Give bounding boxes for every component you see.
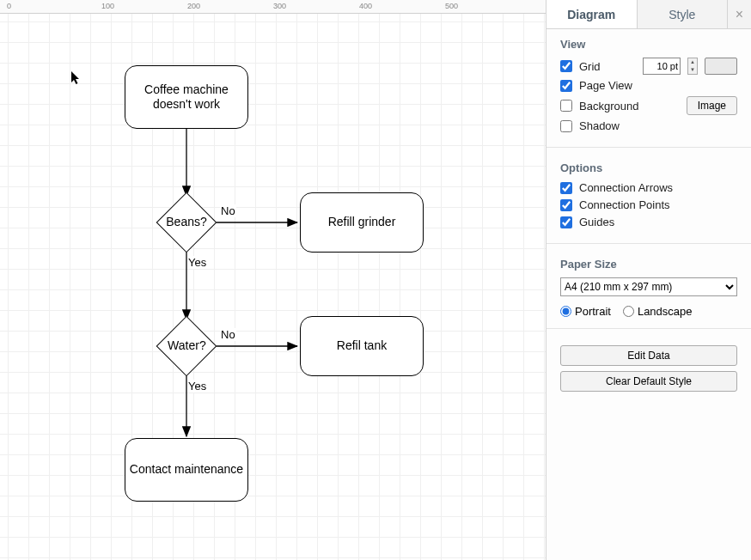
row-grid: Grid ▲ ▼ <box>560 58 737 75</box>
background-label: Background <box>579 100 638 113</box>
pageview-checkbox[interactable] <box>560 80 572 92</box>
conn-points-label: Connection Points <box>579 198 670 211</box>
shadow-checkbox[interactable] <box>560 120 572 132</box>
section-options: Options Connection Arrows Connection Poi… <box>546 153 751 238</box>
landscape-label: Landscape <box>638 305 693 318</box>
node-tank[interactable]: Refil tank <box>300 316 424 376</box>
node-grinder-text: Refill grinder <box>328 215 396 230</box>
paper-heading: Paper Size <box>560 258 737 271</box>
grid-label: Grid <box>579 60 601 73</box>
background-image-button[interactable]: Image <box>687 96 737 115</box>
row-guides: Guides <box>560 216 737 228</box>
section-view: View Grid ▲ ▼ Page View Background Image… <box>546 29 751 142</box>
grid-color-swatch[interactable] <box>705 58 737 75</box>
close-icon: × <box>736 7 743 22</box>
node-water-text: Water? <box>168 338 206 354</box>
conn-arrows-checkbox[interactable] <box>560 182 572 194</box>
landscape-option[interactable]: Landscape <box>623 305 693 318</box>
label-beans-yes: Yes <box>187 256 207 269</box>
node-grinder[interactable]: Refill grinder <box>300 192 424 253</box>
stepper-down-icon[interactable]: ▼ <box>688 66 697 74</box>
portrait-option[interactable]: Portrait <box>560 305 611 318</box>
landscape-radio[interactable] <box>623 306 634 317</box>
orientation-group: Portrait Landscape <box>560 305 737 318</box>
tab-diagram[interactable]: Diagram <box>546 0 638 28</box>
node-beans-text: Beans? <box>166 215 206 230</box>
portrait-label: Portrait <box>575 305 611 318</box>
guides-label: Guides <box>579 216 614 228</box>
grid-overlay <box>0 14 546 560</box>
node-maintenance-text: Contact maintenance <box>130 462 243 478</box>
options-heading: Options <box>560 161 737 174</box>
ruler-horizontal: 0 100 200 300 400 500 <box>0 0 546 14</box>
row-conn-points: Connection Points <box>560 198 737 211</box>
edit-data-button[interactable]: Edit Data <box>560 345 737 366</box>
node-start[interactable]: Coffee machine doesn't work <box>125 65 248 129</box>
view-heading: View <box>560 38 737 51</box>
section-buttons: Edit Data Clear Default Style <box>546 334 751 399</box>
label-beans-no: No <box>220 204 236 217</box>
conn-arrows-label: Connection Arrows <box>579 181 673 194</box>
label-water-yes: Yes <box>187 380 207 393</box>
row-pageview: Page View <box>560 79 737 92</box>
row-shadow: Shadow <box>560 119 737 132</box>
row-conn-arrows: Connection Arrows <box>560 181 737 194</box>
tab-style[interactable]: Style <box>638 0 728 28</box>
guides-checkbox[interactable] <box>560 216 572 228</box>
grid-size-input[interactable] <box>643 58 681 75</box>
canvas[interactable]: Coffee machine doesn't work Beans? Refil… <box>0 14 546 560</box>
paper-size-select[interactable]: A4 (210 mm x 297 mm) <box>560 277 737 296</box>
label-water-no: No <box>220 328 236 341</box>
shadow-label: Shadow <box>579 119 620 132</box>
section-paper: Paper Size A4 (210 mm x 297 mm) Portrait… <box>546 249 751 323</box>
stepper-up-icon[interactable]: ▲ <box>688 58 697 66</box>
grid-size-stepper[interactable]: ▲ ▼ <box>687 58 698 75</box>
clear-default-style-button[interactable]: Clear Default Style <box>560 371 737 392</box>
grid-checkbox[interactable] <box>560 60 572 72</box>
cursor-icon <box>71 71 82 85</box>
row-background: Background Image <box>560 96 737 115</box>
node-start-text: Coffee machine doesn't work <box>144 82 229 113</box>
background-checkbox[interactable] <box>560 100 572 112</box>
canvas-area[interactable]: 0 100 200 300 400 500 <box>0 0 546 560</box>
portrait-radio[interactable] <box>560 306 571 317</box>
pageview-label: Page View <box>579 79 632 92</box>
node-maintenance[interactable]: Contact maintenance <box>125 438 248 502</box>
close-panel-button[interactable]: × <box>727 0 751 28</box>
node-tank-text: Refil tank <box>337 338 387 354</box>
conn-points-checkbox[interactable] <box>560 199 572 211</box>
panel-tabs: Diagram Style × <box>546 0 751 29</box>
format-panel: Diagram Style × View Grid ▲ ▼ Page View … <box>546 0 751 560</box>
